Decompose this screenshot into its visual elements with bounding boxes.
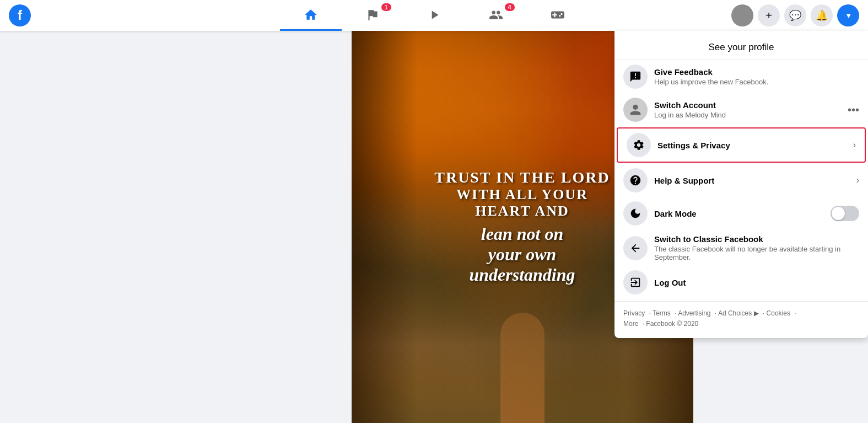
dark-mode-item[interactable]: Dark Mode — [614, 197, 868, 230]
see-profile-label: See your profile — [708, 42, 774, 52]
settings-privacy-title: Settings & Privacy — [657, 141, 849, 150]
settings-privacy-text: Settings & Privacy — [657, 141, 849, 150]
nav-watch-button[interactable] — [403, 0, 465, 31]
log-out-item[interactable]: Log Out — [614, 266, 868, 299]
nav-home-button[interactable] — [280, 0, 342, 31]
help-support-text: Help & Support — [654, 176, 852, 185]
classic-facebook-item[interactable]: Switch to Classic Facebook The classic F… — [614, 230, 868, 266]
log-out-text: Log Out — [654, 278, 859, 287]
nav-right: + 💬 🔔 ▾ — [731, 4, 859, 26]
user-avatar[interactable] — [731, 4, 753, 26]
question-icon — [623, 168, 648, 192]
switch-account-dots[interactable]: ••• — [848, 104, 859, 116]
footer-links: Privacy · Terms · Advertising · Ad Choic… — [614, 304, 868, 334]
post-line-7: understanding — [434, 265, 610, 285]
account-menu-button[interactable]: ▾ — [837, 4, 859, 26]
facebook-logo[interactable]: f — [9, 4, 31, 26]
footer-terms[interactable]: Terms — [653, 309, 671, 317]
feedback-subtitle: Help us improve the new Facebook. — [654, 78, 859, 86]
switch-account-avatar — [623, 98, 648, 122]
feedback-title: Give Feedback — [654, 67, 859, 77]
footer-divider — [614, 301, 868, 302]
classic-facebook-title: Switch to Classic Facebook — [654, 234, 859, 244]
give-feedback-item[interactable]: Give Feedback Help us improve the new Fa… — [614, 60, 868, 93]
post-line-6: your own — [434, 244, 610, 265]
notifications-button[interactable]: 🔔 — [811, 4, 833, 26]
footer-copyright: Facebook © 2020 — [646, 320, 698, 328]
footer-more[interactable]: More — [623, 320, 638, 328]
bell-icon: 🔔 — [816, 9, 828, 22]
nav-center: 1 4 — [280, 0, 589, 31]
switch-account-text: Switch Account Log in as Melody Mind — [654, 100, 843, 119]
top-navigation: f 1 4 — [0, 0, 868, 31]
logout-icon — [623, 270, 648, 295]
post-line-3: HEART AND — [434, 203, 610, 219]
help-support-item[interactable]: Help & Support › — [614, 164, 868, 197]
moon-icon — [623, 201, 648, 226]
footer-advertising[interactable]: Advertising — [678, 309, 710, 317]
create-button[interactable]: + — [758, 4, 780, 26]
help-support-arrow: › — [856, 175, 859, 185]
footer-ad-choices[interactable]: Ad Choices ▶ — [718, 309, 759, 317]
dark-mode-title: Dark Mode — [654, 209, 831, 218]
gear-icon — [627, 133, 651, 157]
switch-account-subtitle: Log in as Melody Mind — [654, 111, 843, 119]
nav-left: f — [9, 4, 31, 26]
dark-mode-toggle[interactable] — [831, 206, 859, 221]
dark-mode-text: Dark Mode — [654, 209, 831, 218]
messenger-button[interactable]: 💬 — [784, 4, 806, 26]
post-text: Trust in the LORD WITH ALL YOUR HEART AN… — [423, 158, 621, 296]
feedback-icon — [623, 65, 648, 89]
classic-facebook-text: Switch to Classic Facebook The classic F… — [654, 234, 859, 261]
switch-account-item[interactable]: Switch Account Log in as Melody Mind ••• — [614, 93, 868, 126]
footer-privacy[interactable]: Privacy — [623, 309, 645, 317]
feed-badge: 1 — [381, 3, 391, 11]
settings-privacy-arrow: › — [853, 140, 856, 150]
post-line-1: Trust in the LORD — [434, 169, 610, 186]
account-dropdown: See your profile Give Feedback Help us i… — [614, 31, 868, 338]
post-line-5: lean not on — [434, 224, 610, 244]
log-out-title: Log Out — [654, 278, 859, 287]
left-sidebar — [0, 31, 176, 423]
nav-groups-button[interactable]: 4 — [465, 0, 527, 31]
switch-account-title: Switch Account — [654, 100, 843, 110]
nav-feed-button[interactable]: 1 — [342, 0, 403, 31]
back-arrow-icon — [623, 236, 648, 260]
settings-privacy-item[interactable]: Settings & Privacy › — [617, 127, 866, 163]
messenger-icon: 💬 — [789, 9, 801, 22]
plus-icon: + — [765, 9, 772, 22]
groups-badge: 4 — [505, 3, 515, 11]
toggle-knob — [832, 207, 845, 220]
post-line-2: WITH ALL YOUR — [434, 186, 610, 203]
footer-cookies[interactable]: Cookies — [767, 309, 790, 317]
see-profile-section[interactable]: See your profile — [614, 31, 868, 60]
classic-facebook-subtitle: The classic Facebook will no longer be a… — [654, 245, 859, 261]
help-support-title: Help & Support — [654, 176, 852, 185]
feedback-text: Give Feedback Help us improve the new Fa… — [654, 67, 859, 86]
nav-gaming-button[interactable] — [527, 0, 589, 31]
chevron-down-icon: ▾ — [847, 11, 850, 20]
